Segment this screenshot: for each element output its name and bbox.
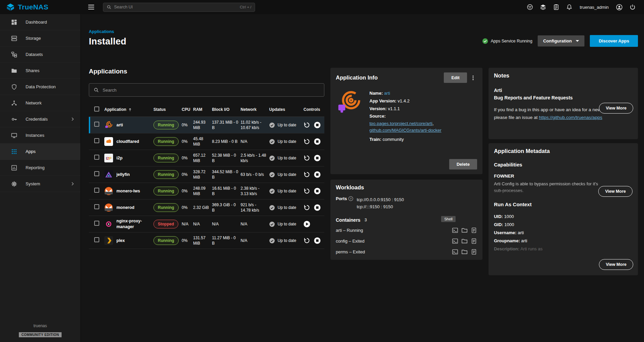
row-checkbox[interactable] bbox=[94, 171, 99, 176]
app-name-link[interactable]: arti bbox=[384, 91, 390, 96]
row-checkbox[interactable] bbox=[94, 122, 99, 127]
restart-app-button[interactable] bbox=[303, 155, 310, 161]
app-icon-arti bbox=[104, 121, 113, 129]
container-browse-button[interactable] bbox=[461, 249, 468, 255]
global-search[interactable]: Ctrl + / bbox=[103, 3, 255, 12]
stop-app-button[interactable] bbox=[314, 204, 321, 211]
restart-app-button[interactable] bbox=[303, 188, 310, 194]
stop-app-button[interactable] bbox=[314, 171, 321, 178]
restart-app-button[interactable] bbox=[303, 204, 310, 211]
container-logs-button[interactable] bbox=[471, 238, 477, 244]
notes-view-more-button[interactable]: View More bbox=[599, 103, 633, 114]
container-shell-button[interactable] bbox=[452, 249, 458, 255]
stop-app-button[interactable] bbox=[314, 155, 321, 161]
applications-search[interactable] bbox=[89, 83, 324, 97]
container-logs-button[interactable] bbox=[471, 227, 477, 234]
up-to-date-check-icon bbox=[269, 188, 275, 194]
edit-button[interactable]: Edit bbox=[444, 72, 467, 83]
column-header-updates[interactable]: Updates bbox=[269, 107, 303, 112]
cpu-value: 0% bbox=[182, 205, 193, 210]
discover-apps-button[interactable]: Discover Apps bbox=[590, 35, 638, 47]
kebab-menu-button[interactable] bbox=[469, 74, 477, 82]
truenas-brand[interactable]: TrueNAS bbox=[0, 3, 81, 11]
restart-app-button[interactable] bbox=[303, 122, 310, 128]
checklist-button[interactable] bbox=[552, 3, 560, 11]
table-row-plex[interactable]: plex Running 0% 131.57 MiB 11.27 MiB - 0… bbox=[89, 232, 324, 249]
notes-issues-link[interactable]: https://github.com/truenas/apps bbox=[539, 115, 602, 120]
capabilities-view-more-button[interactable]: View More bbox=[598, 186, 633, 197]
table-row-cloudflared[interactable]: cloudflared Running 0% 45.48 MiB 8.23 Mi… bbox=[89, 133, 324, 150]
column-header-application[interactable]: Application bbox=[104, 107, 153, 112]
source-link-torproject[interactable]: tpo.pages.torproject.net/core/arti bbox=[369, 121, 432, 126]
sidenav-toggle-button[interactable] bbox=[86, 3, 96, 11]
restart-app-button[interactable] bbox=[303, 138, 310, 145]
global-search-input[interactable] bbox=[114, 5, 237, 9]
container-browse-button[interactable] bbox=[461, 238, 468, 244]
sidebar-item-instances[interactable]: Instances bbox=[0, 127, 80, 144]
cpu-value: N/A bbox=[182, 221, 193, 227]
table-row-i2p[interactable]: I2P i2p Running 0% 657.12 MiB 52.38 MiB … bbox=[89, 150, 324, 166]
feedback-button[interactable] bbox=[526, 3, 534, 11]
app-icon-nginx-proxy-manager bbox=[104, 220, 113, 228]
row-checkbox[interactable] bbox=[94, 237, 99, 242]
container-shell-button[interactable] bbox=[452, 227, 458, 234]
delete-button[interactable]: Delete bbox=[449, 159, 477, 169]
application-info-card: Application Info Edit Name: arti App Ver… bbox=[330, 68, 482, 174]
row-checkbox[interactable] bbox=[94, 155, 99, 160]
power-menu-button[interactable] bbox=[629, 3, 637, 11]
container-browse-button[interactable] bbox=[461, 227, 468, 234]
info-icon[interactable]: ? bbox=[348, 196, 353, 201]
sidebar-item-reporting[interactable]: Reporting bbox=[0, 160, 80, 176]
app-version-label: App Version: bbox=[369, 98, 396, 103]
select-all-checkbox[interactable] bbox=[94, 106, 99, 112]
applications-search-input[interactable] bbox=[103, 88, 320, 93]
sidebar-item-system[interactable]: System bbox=[0, 176, 80, 192]
row-checkbox[interactable] bbox=[94, 138, 99, 143]
details-column: Application Info Edit Name: arti App Ver… bbox=[330, 68, 482, 260]
jobs-button[interactable] bbox=[539, 3, 547, 11]
caret-down-icon bbox=[576, 40, 579, 42]
table-row-arti[interactable]: arti Running 0% 244.93 MiB 137.31 MiB - … bbox=[89, 117, 324, 133]
sidebar-item-network[interactable]: Network bbox=[0, 95, 80, 111]
column-header-ram[interactable]: RAM bbox=[193, 107, 212, 112]
restart-app-button[interactable] bbox=[303, 237, 310, 244]
container-logs-button[interactable] bbox=[471, 249, 477, 255]
sidebar-item-datasets[interactable]: Datasets bbox=[0, 46, 80, 63]
configuration-button[interactable]: Configuration bbox=[538, 35, 584, 46]
stop-app-button[interactable] bbox=[314, 122, 321, 128]
sidebar-item-storage[interactable]: Storage bbox=[0, 30, 80, 46]
container-shell-button[interactable] bbox=[452, 238, 458, 244]
row-checkbox[interactable] bbox=[94, 204, 99, 209]
table-row-monerod[interactable]: monerod Running 0% 2.32 GiB 369.3 GiB - … bbox=[89, 199, 324, 216]
notifications-button[interactable] bbox=[565, 3, 573, 11]
column-header-block-io[interactable]: Block I/O bbox=[212, 107, 241, 112]
sidebar-item-shares[interactable]: Shares bbox=[0, 63, 80, 79]
row-checkbox[interactable] bbox=[94, 188, 99, 193]
restart-app-button[interactable] bbox=[303, 171, 310, 178]
sidebar-item-apps[interactable]: Apps bbox=[0, 144, 80, 160]
start-app-button[interactable] bbox=[303, 221, 310, 227]
stop-app-button[interactable] bbox=[314, 188, 321, 194]
workloads-title: Workloads bbox=[336, 184, 364, 190]
table-row-nginx-proxy-manager[interactable]: nginx-proxy-manager Stopped N/A N/A N/A … bbox=[89, 216, 324, 232]
column-header-network[interactable]: Network bbox=[241, 107, 269, 112]
table-row-monero-lws[interactable]: monero-lws Running 0% 248.09 MiB 16.61 M… bbox=[89, 183, 324, 199]
block-io-value: 16.61 MiB - 0 B bbox=[212, 186, 241, 196]
column-header-status[interactable]: Status bbox=[153, 107, 182, 112]
breadcrumb-applications[interactable]: Applications bbox=[89, 29, 114, 34]
shell-tooltip: Shell bbox=[441, 216, 455, 222]
status-badge: Running bbox=[153, 187, 179, 195]
user-menu-button[interactable] bbox=[615, 3, 623, 11]
sidebar-item-data-protection[interactable]: Data Protection bbox=[0, 79, 80, 95]
app-name: jellyfin bbox=[116, 172, 130, 178]
app-name: nginx-proxy-manager bbox=[116, 218, 151, 230]
stop-app-button[interactable] bbox=[314, 138, 321, 145]
sidebar-item-credentials[interactable]: Credentials bbox=[0, 111, 80, 127]
stop-app-button[interactable] bbox=[314, 237, 321, 244]
table-row-jellyfin[interactable]: jellyfin Running 0% 328.72 MiB 344.52 Mi… bbox=[89, 166, 324, 183]
source-link-github[interactable]: github.com/MAGICGrants/arti-docker bbox=[369, 128, 441, 133]
run-as-view-more-button[interactable]: View More bbox=[599, 259, 633, 270]
row-checkbox[interactable] bbox=[94, 221, 99, 226]
sidebar-item-dashboard[interactable]: Dashboard bbox=[0, 14, 80, 30]
column-header-cpu[interactable]: CPU bbox=[182, 107, 193, 112]
